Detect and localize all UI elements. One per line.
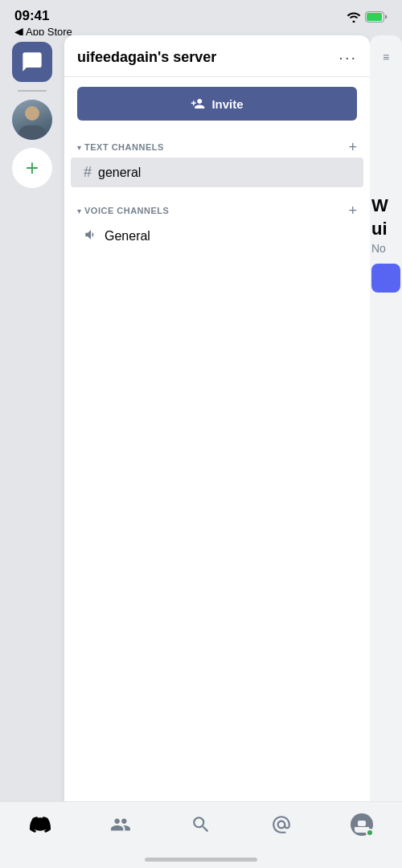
friends-icon bbox=[109, 813, 132, 836]
status-icons bbox=[347, 11, 388, 23]
voice-channel-name-general: General bbox=[105, 229, 150, 244]
nav-item-search[interactable] bbox=[182, 810, 220, 839]
nav-item-friends[interactable] bbox=[101, 810, 140, 839]
add-voice-channel-button[interactable]: + bbox=[348, 203, 357, 218]
nav-item-profile[interactable] bbox=[343, 810, 381, 839]
text-channels-header[interactable]: ▾ TEXT CHANNELS + bbox=[64, 137, 370, 158]
section-title-row: ▾ TEXT CHANNELS bbox=[77, 142, 164, 152]
add-person-icon bbox=[191, 96, 205, 111]
add-server-button[interactable]: + bbox=[12, 148, 52, 188]
channel-panel: uifeedagain's server ··· Invite ▾ TEXT C… bbox=[64, 35, 370, 801]
voice-section-title-row: ▾ VOICE CHANNELS bbox=[77, 206, 169, 215]
right-panel-peek: ≡ W ui No bbox=[370, 35, 402, 801]
discord-home-icon bbox=[29, 813, 51, 836]
panel-header: uifeedagain's server ··· bbox=[64, 35, 370, 77]
wifi-icon bbox=[347, 11, 361, 23]
bottom-nav bbox=[0, 801, 402, 868]
hash-icon: # bbox=[84, 164, 92, 181]
status-time: 09:41 bbox=[14, 8, 72, 24]
chevron-down-icon: ▾ bbox=[77, 143, 81, 152]
mentions-icon bbox=[270, 813, 293, 836]
status-bar: 09:41 ◀ App Store bbox=[0, 0, 402, 35]
svg-rect-1 bbox=[367, 13, 382, 21]
server-icon-active[interactable] bbox=[12, 42, 52, 82]
nav-item-home[interactable] bbox=[21, 810, 59, 839]
voice-channels-section: ▾ VOICE CHANNELS + General bbox=[64, 194, 370, 258]
sidebar-divider bbox=[18, 90, 47, 92]
voice-chevron-icon: ▾ bbox=[77, 207, 81, 215]
main-layout: + uifeedagain's server ··· Invite ▾ TEXT… bbox=[0, 35, 402, 801]
channel-item-general[interactable]: # general bbox=[71, 158, 363, 187]
voice-channels-title: VOICE CHANNELS bbox=[84, 206, 169, 215]
channel-name-general: general bbox=[98, 166, 141, 180]
profile-icon bbox=[351, 813, 373, 836]
add-text-channel-button[interactable]: + bbox=[348, 140, 357, 154]
server-name: uifeedagain's server bbox=[77, 49, 216, 66]
text-channels-title: TEXT CHANNELS bbox=[84, 142, 164, 152]
invite-button[interactable]: Invite bbox=[77, 87, 357, 121]
nav-item-mentions[interactable] bbox=[262, 810, 301, 839]
speaker-icon bbox=[84, 227, 98, 245]
voice-channels-header[interactable]: ▾ VOICE CHANNELS + bbox=[64, 200, 370, 221]
home-indicator bbox=[145, 858, 257, 862]
server-avatar[interactable] bbox=[12, 100, 52, 140]
search-icon bbox=[190, 813, 212, 836]
hamburger-icon: ≡ bbox=[383, 48, 389, 66]
text-channels-section: ▾ TEXT CHANNELS + # general bbox=[64, 130, 370, 194]
channel-item-voice-general[interactable]: General bbox=[71, 221, 363, 252]
chat-icon bbox=[21, 51, 43, 73]
plus-icon: + bbox=[26, 157, 39, 179]
invite-label: Invite bbox=[211, 97, 243, 111]
more-options-button[interactable]: ··· bbox=[338, 48, 357, 67]
right-panel-text: W ui No bbox=[371, 194, 400, 292]
server-sidebar: + bbox=[0, 35, 64, 801]
battery-icon bbox=[365, 11, 388, 23]
